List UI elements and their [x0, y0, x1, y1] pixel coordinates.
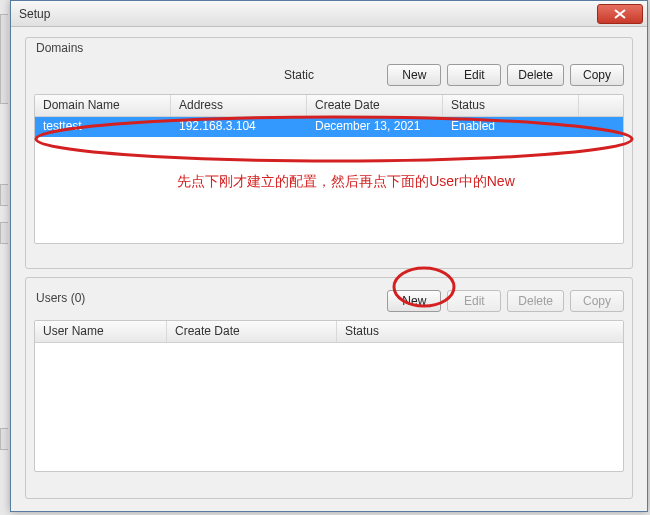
col-user-create-date[interactable]: Create Date	[167, 321, 337, 342]
domains-group-label: Domains	[34, 41, 624, 55]
domains-new-button[interactable]: New	[387, 64, 441, 86]
domain-type-label: Static	[211, 68, 388, 82]
setup-window: Setup Domains Static New Edit Delete Cop…	[10, 0, 648, 512]
col-user-status[interactable]: Status	[337, 321, 623, 342]
users-group-label: Users (0)	[34, 291, 87, 305]
close-button[interactable]	[597, 4, 643, 24]
col-spacer	[579, 95, 623, 116]
users-table: User Name Create Date Status	[34, 320, 624, 472]
cell-status: Enabled	[443, 117, 579, 137]
edge-tab	[0, 222, 8, 244]
edge-tab	[0, 428, 8, 450]
cell-domain-name: testtest	[35, 117, 171, 137]
cell-address: 192.168.3.104	[171, 117, 307, 137]
col-status[interactable]: Status	[443, 95, 579, 116]
users-copy-button: Copy	[570, 290, 624, 312]
cell-spacer	[579, 117, 623, 137]
domains-group: Domains Static New Edit Delete Copy Doma…	[25, 37, 633, 269]
window-title: Setup	[19, 7, 50, 21]
users-toolbar: Users (0) New Edit Delete Copy	[34, 290, 624, 312]
col-user-name[interactable]: User Name	[35, 321, 167, 342]
users-new-button[interactable]: New	[387, 290, 441, 312]
users-group: Users (0) New Edit Delete Copy User Name…	[25, 277, 633, 499]
content-area: Domains Static New Edit Delete Copy Doma…	[11, 27, 647, 511]
domains-delete-button[interactable]: Delete	[507, 64, 564, 86]
domains-toolbar: Static New Edit Delete Copy	[34, 64, 624, 86]
users-delete-button: Delete	[507, 290, 564, 312]
users-table-header: User Name Create Date Status	[35, 321, 623, 343]
col-address[interactable]: Address	[171, 95, 307, 116]
edge-tab	[0, 14, 8, 104]
domains-copy-button[interactable]: Copy	[570, 64, 624, 86]
titlebar: Setup	[11, 1, 647, 27]
table-row[interactable]: testtest 192.168.3.104 December 13, 2021…	[35, 117, 623, 137]
domains-table: Domain Name Address Create Date Status t…	[34, 94, 624, 244]
col-create-date[interactable]: Create Date	[307, 95, 443, 116]
edge-tab	[0, 184, 8, 206]
domains-table-header: Domain Name Address Create Date Status	[35, 95, 623, 117]
close-icon	[614, 9, 626, 19]
users-table-body[interactable]	[35, 343, 623, 471]
domains-edit-button[interactable]: Edit	[447, 64, 501, 86]
col-domain-name[interactable]: Domain Name	[35, 95, 171, 116]
cell-create-date: December 13, 2021	[307, 117, 443, 137]
users-edit-button: Edit	[447, 290, 501, 312]
domains-table-body[interactable]: testtest 192.168.3.104 December 13, 2021…	[35, 117, 623, 243]
